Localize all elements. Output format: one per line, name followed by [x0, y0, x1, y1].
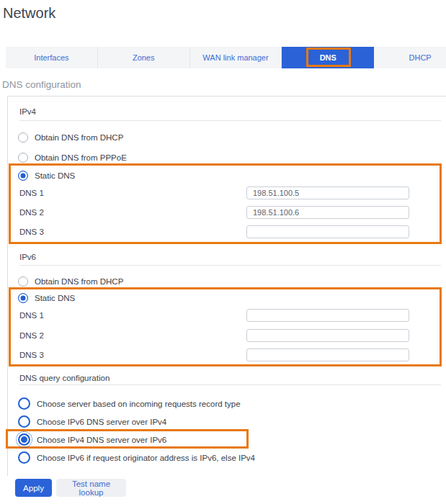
radio-unselected-icon[interactable] — [18, 132, 28, 143]
radio-unselected-icon[interactable] — [18, 276, 28, 287]
ipv6-option-static-dns[interactable]: Static DNS — [18, 293, 75, 303]
ipv4-dns3-input[interactable] — [246, 225, 409, 238]
ipv4-section-heading: IPv4 — [19, 107, 36, 116]
radio-label: Choose server based on incoming requests… — [37, 400, 241, 408]
radio-label: Choose IPv4 DNS server over IPv6 — [37, 436, 166, 444]
ipv6-section-heading: IPv6 — [19, 253, 36, 261]
ipv6-dns2-input[interactable] — [246, 329, 409, 342]
ipv6-dns1-label: DNS 1 — [19, 311, 44, 320]
ipv4-option-obtain-dhcp[interactable]: Obtain DNS from DHCP — [18, 132, 123, 143]
tab-dhcp[interactable]: DHCP — [374, 47, 446, 68]
dns-query-section-heading: DNS query configuration — [19, 374, 110, 382]
ipv4-dns1-input[interactable] — [246, 186, 409, 199]
dns-configuration-title: DNS configuration — [2, 79, 81, 90]
tab-dns[interactable]: DNS — [282, 47, 374, 68]
radio-label: Obtain DNS from PPPoE — [35, 153, 127, 162]
ipv4-dns3-label: DNS 3 — [19, 228, 44, 236]
radio-selected-icon[interactable] — [18, 433, 30, 446]
page-title: Network — [3, 5, 55, 22]
ipv4-option-static-dns[interactable]: Static DNS — [18, 171, 75, 181]
ipv4-section-rule — [19, 120, 441, 121]
apply-button[interactable]: Apply — [15, 479, 52, 497]
radio-label: Obtain DNS from DHCP — [35, 133, 123, 142]
tab-interfaces[interactable]: Interfaces — [6, 47, 98, 68]
ipv6-section-rule — [19, 265, 441, 266]
radio-selected-icon[interactable] — [18, 171, 28, 181]
query-option-ipv4-over-ipv6[interactable]: Choose IPv4 DNS server over IPv6 — [18, 433, 166, 446]
ipv4-dns2-label: DNS 2 — [19, 208, 44, 217]
radio-unselected-icon[interactable] — [18, 153, 28, 163]
dns-query-section-rule — [19, 384, 441, 385]
radio-label: Static DNS — [35, 171, 75, 180]
ipv4-dns2-input[interactable] — [246, 206, 409, 219]
radio-unselected-icon[interactable] — [18, 451, 30, 464]
tab-wan-link-manager[interactable]: WAN link manager — [190, 47, 282, 68]
query-option-record-type[interactable]: Choose server based on incoming requests… — [18, 397, 241, 410]
ipv6-dns2-label: DNS 2 — [19, 331, 44, 340]
radio-label: Choose IPv6 DNS server over IPv4 — [37, 418, 166, 426]
radio-label: Obtain DNS from DHCP — [35, 277, 123, 286]
highlight-box-dns-tab — [306, 48, 351, 67]
radio-unselected-icon[interactable] — [18, 415, 30, 428]
radio-label: Static DNS — [35, 294, 75, 302]
query-option-originator-address[interactable]: Choose IPv6 if request originator addres… — [18, 451, 255, 464]
ipv4-option-obtain-pppoe[interactable]: Obtain DNS from PPPoE — [18, 153, 127, 163]
ipv6-dns3-input[interactable] — [246, 348, 409, 361]
ipv6-option-obtain-dhcp[interactable]: Obtain DNS from DHCP — [18, 276, 123, 287]
radio-label: Choose IPv6 if request originator addres… — [37, 454, 255, 462]
test-name-lookup-button[interactable]: Test name lookup — [56, 479, 126, 497]
ipv6-dns1-input[interactable] — [246, 309, 409, 322]
ipv6-dns3-label: DNS 3 — [19, 351, 44, 359]
query-option-ipv6-over-ipv4[interactable]: Choose IPv6 DNS server over IPv4 — [18, 415, 166, 428]
tab-zones[interactable]: Zones — [98, 47, 190, 68]
ipv4-dns1-label: DNS 1 — [19, 189, 44, 197]
tab-bar: Interfaces Zones WAN link manager DNS DH… — [6, 47, 446, 68]
radio-selected-icon[interactable] — [18, 293, 28, 303]
radio-unselected-icon[interactable] — [18, 397, 30, 410]
